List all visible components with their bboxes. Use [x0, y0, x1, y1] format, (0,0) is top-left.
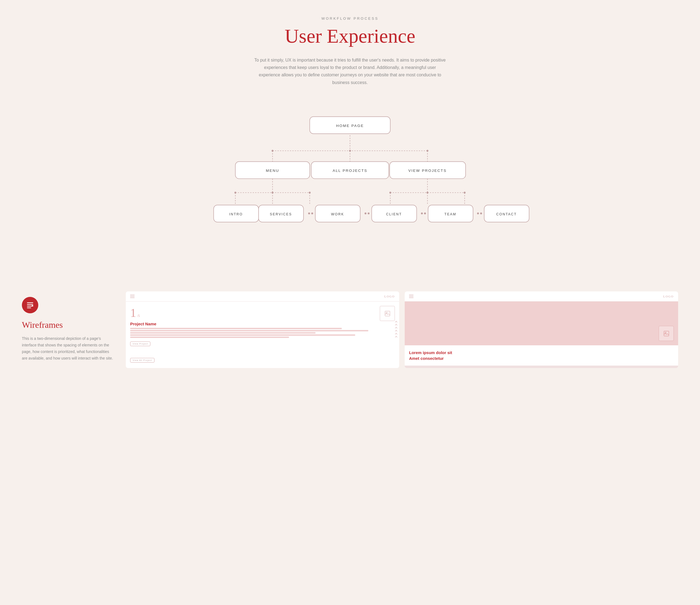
preview1-fraction: /5 — [137, 314, 140, 318]
svg-point-36 — [421, 212, 423, 214]
svg-rect-44 — [27, 304, 33, 305]
preview2-logo: LOGO — [663, 295, 674, 298]
svg-point-34 — [368, 212, 370, 214]
header-section: WORKFLOW PROCESS User Experience To put … — [0, 0, 700, 97]
wireframes-previews: LOGO 1 /5 Project Name — [126, 291, 678, 368]
all-projects-label[interactable]: ALL PROJECTS — [332, 169, 367, 173]
preview2-lorem-title: Lorem ipsum dolor sitAmet consectetur — [409, 350, 674, 361]
preview2-nav — [409, 295, 414, 298]
list-icon — [26, 301, 34, 309]
wireframes-title: Wireframes — [22, 320, 115, 330]
wireframes-section: Wireframes This is a two-dimensional dep… — [0, 291, 700, 368]
services-label[interactable]: SERVICES — [270, 212, 292, 216]
preview1-project-name: Project Name — [130, 321, 395, 326]
work-label[interactable]: WORK — [331, 212, 344, 216]
preview1-nav — [130, 295, 134, 298]
svg-rect-46 — [27, 308, 31, 308]
svg-point-7 — [427, 150, 428, 152]
wireframes-icon — [22, 297, 38, 313]
svg-point-26 — [427, 192, 428, 193]
preview1-text-lines — [130, 328, 395, 338]
svg-rect-47 — [32, 305, 33, 307]
preview-card-1: LOGO 1 /5 Project Name — [126, 291, 399, 368]
home-page-label[interactable]: HOME PAGE — [336, 123, 364, 127]
main-title: User Experience — [5, 25, 695, 48]
svg-point-25 — [390, 192, 391, 193]
svg-point-6 — [349, 150, 351, 152]
svg-point-24 — [309, 192, 310, 193]
client-label[interactable]: CLIENT — [386, 212, 402, 216]
svg-point-33 — [365, 212, 367, 214]
team-label[interactable]: TEAM — [444, 212, 456, 216]
svg-point-27 — [464, 192, 466, 193]
svg-point-23 — [272, 192, 273, 193]
svg-point-39 — [477, 212, 479, 214]
flowchart-section: HOME PAGE MENU ALL PROJECTS VIEW PROJECT… — [200, 114, 500, 270]
view-projects-label[interactable]: VIEW PROJECTS — [408, 169, 447, 173]
svg-point-51 — [665, 332, 666, 333]
svg-point-5 — [272, 150, 273, 152]
preview2-image-placeholder — [659, 326, 674, 341]
svg-point-30 — [308, 212, 310, 214]
description-text: To put it simply, UX is important becaus… — [254, 56, 446, 86]
preview1-bottom-button[interactable]: View All Project — [130, 358, 154, 363]
svg-point-49 — [386, 312, 387, 313]
preview1-button[interactable]: View Project — [130, 341, 150, 346]
contact-label[interactable]: CONTACT — [496, 212, 517, 216]
preview1-side-arrows — [395, 321, 397, 338]
menu-label[interactable]: MENU — [266, 169, 279, 173]
svg-rect-50 — [664, 331, 669, 336]
wireframes-description: This is a two-dimensional depiction of a… — [22, 336, 115, 361]
svg-rect-48 — [385, 311, 390, 316]
intro-label[interactable]: INTRO — [229, 212, 243, 216]
svg-point-37 — [424, 212, 426, 214]
preview1-logo: LOGO — [384, 295, 395, 298]
workflow-label: WORKFLOW PROCESS — [5, 17, 695, 21]
preview1-image-placeholder — [380, 306, 395, 321]
svg-point-31 — [311, 212, 313, 214]
flowchart-svg: HOME PAGE MENU ALL PROJECTS VIEW PROJECT… — [210, 114, 490, 269]
wireframes-left: Wireframes This is a two-dimensional dep… — [22, 291, 126, 361]
svg-point-40 — [480, 212, 482, 214]
preview-card-2: LOGO Lorem ipsum dolor sitAmet c — [405, 291, 678, 368]
svg-rect-43 — [27, 302, 33, 303]
svg-point-22 — [234, 192, 236, 193]
preview1-number: 1 — [130, 306, 136, 320]
